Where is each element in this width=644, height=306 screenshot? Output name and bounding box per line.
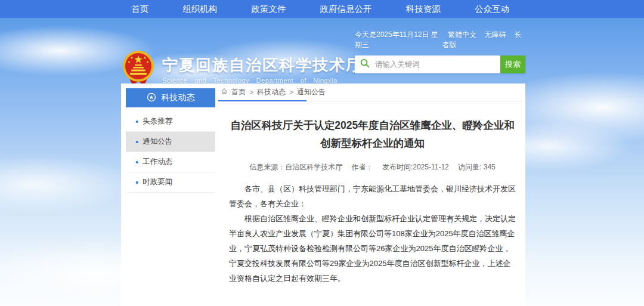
nav-item-tech-resources[interactable]: 科技资源 [401,4,445,15]
breadcrumb: 首页 > 科技动态 > 通知公告 [218,84,522,101]
main-column: 首页 > 科技动态 > 通知公告 自治区科技厅关于认定2025年度自治区雏鹰企业… [218,84,522,306]
bullet-icon: • [135,157,138,166]
meta-publish-date: 发布时间:2025-11-12 [382,163,449,171]
home-icon [221,88,228,97]
article: 自治区科技厅关于认定2025年度自治区雏鹰企业、瞪羚企业和创新型标杆企业的通知 … [218,116,522,306]
sidebar-item-label: 通知公告 [143,137,172,147]
breadcrumb-home[interactable]: 首页 [231,87,246,97]
meta-visit-count: 访问量: 345 [458,163,496,171]
nav-item-home[interactable]: 首页 [126,4,153,15]
nav-item-policy-documents[interactable]: 政策文件 [246,4,290,15]
sidebar: 科技动态 • 头条推荐 • 通知公告 • 工作动态 • 时政要闻 [126,88,215,193]
sidebar-item-work-trends[interactable]: • 工作动态 [126,152,215,172]
sidebar-item-notices[interactable]: • 通知公告 [126,132,215,152]
sidebar-item-headlines[interactable]: • 头条推荐 [126,112,215,132]
article-paragraph: 根据自治区雏鹰企业、瞪羚企业和创新型标杆企业认定管理有关规定，决定认定半亩良人农… [229,211,516,286]
article-body: 各市、县（区）科技管理部门，宁东能源化工基地管委会，银川经济技术开发区管委会，各… [229,181,516,286]
star-circle-icon [147,92,156,104]
site-title-block: 宁夏回族自治区科学技术厅 Science and Technology Depa… [162,56,363,84]
sidebar-title: 科技动态 [162,92,195,103]
bullet-icon: • [135,117,138,126]
header-top-row: 今天是2025年11月12日 星期三 繁體中文 无障碍 长者版 [355,30,525,50]
sidebar-item-label: 时政要闻 [143,177,172,187]
search-input-wrap [355,55,500,73]
today-date-text: 今天是2025年11月12日 星期三 [355,30,442,50]
search-bar: 搜索 [355,55,525,73]
search-button[interactable]: 搜索 [500,55,525,73]
link-traditional-chinese[interactable]: 繁體中文 [448,30,476,39]
breadcrumb-separator: > [249,88,253,97]
nav-item-organization[interactable]: 组织机构 [178,4,222,15]
bullet-icon: • [135,178,138,187]
sidebar-item-label: 工作动态 [143,157,172,167]
breadcrumb-notices[interactable]: 通知公告 [297,87,326,97]
link-accessibility[interactable]: 无障碍 [485,30,506,39]
nav-item-gov-info-disclosure[interactable]: 政府信息公开 [315,4,377,15]
article-paragraph: 各市、县（区）科技管理部门，宁东能源化工基地管委会，银川经济技术开发区管委会，各… [229,181,516,211]
nav-item-public-interaction[interactable]: 公众互动 [470,4,514,15]
top-navigation-items: 首页 组织机构 政策文件 政府信息公开 科技资源 公众互动 [126,0,514,18]
article-meta: 信息来源：自治区科学技术厅 作者： 发布时间:2025-11-12 访问量: 3… [229,162,516,172]
header-right: 今天是2025年11月12日 星期三 繁體中文 无障碍 长者版 搜索 [355,30,525,73]
search-icon [360,58,370,70]
content-panel: 科技动态 • 头条推荐 • 通知公告 • 工作动态 • 时政要闻 [121,84,525,306]
sidebar-item-label: 头条推荐 [143,116,172,126]
site-subtitle: Science and Technology Department of Nin… [162,77,363,84]
sidebar-menu: • 头条推荐 • 通知公告 • 工作动态 • 时政要闻 [126,112,215,193]
sidebar-item-current-affairs[interactable]: • 时政要闻 [126,172,215,193]
meta-author: 作者： [352,163,373,171]
quick-links: 繁體中文 无障碍 长者版 [442,30,525,50]
article-title: 自治区科技厅关于认定2025年度自治区雏鹰企业、瞪羚企业和创新型标杆企业的通知 [229,116,516,152]
meta-source: 信息来源：自治区科学技术厅 [249,163,342,171]
breadcrumb-separator: > [289,88,293,97]
top-navigation-bar: 首页 组织机构 政策文件 政府信息公开 科技资源 公众互动 [0,0,644,18]
search-input[interactable] [374,60,495,69]
breadcrumb-tech-news[interactable]: 科技动态 [257,87,286,97]
bullet-icon: • [135,137,138,146]
sidebar-header: 科技动态 [126,88,215,107]
site-title: 宁夏回族自治区科学技术厅 [162,56,363,74]
